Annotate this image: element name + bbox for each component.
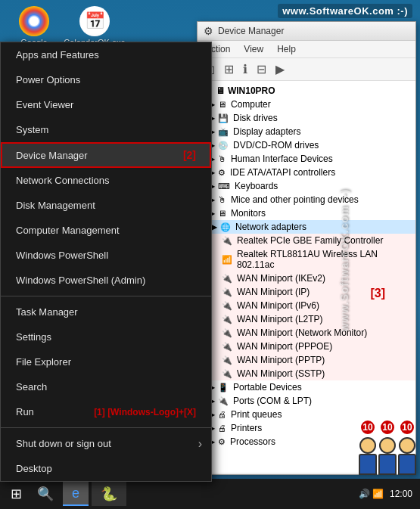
item-label: IDE ATA/ATAPI controllers	[230, 167, 335, 178]
dm-tree-item[interactable]: ▶⌨Keyboards	[198, 179, 415, 193]
taskbar-app-edge[interactable]: e	[63, 482, 89, 506]
start-button[interactable]: ⊞	[5, 483, 28, 505]
item-label: Computer	[231, 99, 271, 110]
menu-item-settings[interactable]: Settings	[1, 324, 211, 349]
menu-item-device-manager[interactable]: Device Manager[2]	[1, 142, 211, 168]
menu-item-computer-management[interactable]: Computer Management	[1, 218, 211, 243]
item-icon: 🔌	[222, 236, 232, 246]
dm-tree-item[interactable]: 🔌WAN Miniport (PPPOE)	[198, 340, 415, 353]
dm-tree-item[interactable]: 🔌WAN Miniport (PPTP)	[198, 353, 415, 367]
item-icon: 🖥	[218, 100, 226, 109]
cartoon-head-2	[379, 437, 396, 454]
dm-tree-item[interactable]: 🔌WAN Miniport (Network Monitor)	[198, 326, 415, 340]
dm-tree-item[interactable]: ▶📺Display adapters	[198, 125, 415, 138]
item-label: Portable Devices	[233, 382, 302, 393]
dm-menu-help[interactable]: Help	[274, 42, 299, 56]
dm-tree-item[interactable]: 🔌WAN Miniport (IKEv2)	[198, 272, 415, 285]
menu-item-power-options[interactable]: Power Options	[1, 67, 211, 92]
dm-toolbar-btn5[interactable]: ▶	[272, 61, 288, 78]
item-label: Disk drives	[233, 113, 278, 123]
menu-item-disk-management[interactable]: Disk Management	[1, 193, 211, 218]
dm-tree-item[interactable]: ▶🖱Mice and other pointing devices	[198, 193, 415, 206]
cartoon-badge-1: 10	[359, 419, 376, 436]
taskbar-app-python[interactable]: 🐍	[92, 482, 126, 506]
item-label: Monitors	[231, 208, 266, 219]
item-label: Realtek PCIe GBE Family Controller	[237, 235, 383, 246]
run-annotation: [1] [Windows-Logo]+[X]	[94, 407, 196, 417]
item-icon: 🌐	[220, 222, 231, 232]
dm-root-label: WIN10PRO	[228, 85, 275, 96]
menu-item-search[interactable]: Search	[1, 374, 211, 399]
menu-item-shut-down[interactable]: Shut down or sign out	[1, 431, 211, 456]
dm-tree-item[interactable]: ▶🖱Human Interface Devices	[198, 152, 415, 166]
item-label: WAN Miniport (PPPOE)	[237, 341, 332, 352]
item-label: Realtek RTL8811AU Wireless LAN 802.11ac	[237, 249, 409, 270]
item-icon: 💾	[218, 113, 229, 123]
menu-label: Task Manager	[16, 306, 78, 318]
item-icon: 🔌	[222, 315, 232, 324]
chrome-icon	[19, 6, 49, 36]
dm-tree-item[interactable]: ▶🖥Computer	[198, 98, 415, 111]
menu-label: Disk Management	[16, 200, 95, 211]
menu-item-desktop[interactable]: Desktop	[1, 456, 211, 481]
dm-tree-item[interactable]: ▶📱Portable Devices	[198, 380, 415, 394]
cartoon-head-3	[399, 437, 415, 454]
item-icon: 💿	[218, 141, 229, 151]
item-icon: 🔌	[218, 396, 229, 406]
item-icon: 🔌	[222, 274, 232, 284]
dm-tree-item[interactable]: ▶🌐Network adapters	[198, 220, 415, 234]
menu-label: System	[16, 124, 48, 135]
dm-toolbar-btn2[interactable]: ⊞	[221, 61, 237, 78]
item-label: WAN Miniport (IP)	[237, 287, 310, 297]
item-icon: ⚙	[218, 168, 226, 178]
cartoon-badge-2: 10	[379, 419, 396, 436]
menu-label: File Explorer	[16, 356, 71, 368]
top-watermark: www.SoftwareOK.com :-)	[278, 4, 412, 18]
menu-item-windows-powershell-admin[interactable]: Windows PowerShell (Admin)	[1, 268, 211, 293]
menu-item-network-connections[interactable]: Network Connections	[1, 168, 211, 193]
item-label: WAN Miniport (SSTP)	[237, 368, 325, 379]
menu-item-file-explorer[interactable]: File Explorer	[1, 349, 211, 374]
item-icon: ⌨	[218, 182, 230, 191]
item-icon: 🖱	[218, 195, 226, 204]
item-label: DVD/CD-ROM drives	[233, 140, 319, 151]
menu-item-windows-powershell[interactable]: Windows PowerShell	[1, 243, 211, 268]
dm-tree-item[interactable]: ▶⚙IDE ATA/ATAPI controllers	[198, 166, 415, 179]
dm-tree-item[interactable]: ▶💿DVD/CD-ROM drives	[198, 138, 415, 152]
item-icon: 🔌	[222, 369, 232, 379]
cartoon-badge-3: 10	[399, 419, 415, 436]
menu-label: Computer Management	[16, 225, 120, 236]
item-label: WAN Miniport (IKEv2)	[237, 273, 325, 284]
menu-label: Apps and Features	[16, 49, 99, 61]
dm-tree-item[interactable]: 🔌WAN Miniport (L2TP)	[198, 312, 415, 326]
dm-tree-item[interactable]: ▶🖥Monitors	[198, 206, 415, 220]
menu-item-event-viewer[interactable]: Event Viewer	[1, 92, 211, 117]
dm-tree-item[interactable]: 🔌WAN Miniport (IPv6)	[198, 299, 415, 312]
dm-tree-item[interactable]: ▶💾Disk drives	[198, 111, 415, 125]
item-label: WAN Miniport (L2TP)	[237, 314, 323, 324]
dm-tree-item[interactable]: ▶🔌Ports (COM & LPT)	[198, 394, 415, 408]
dm-menu-view[interactable]: View	[241, 42, 266, 56]
label3-annotation: [3]	[370, 287, 385, 300]
item-label: Human Interface Devices	[231, 154, 333, 164]
menu-item-run[interactable]: Run[1] [Windows-Logo]+[X]	[1, 399, 211, 424]
item-icon: 🔌	[222, 355, 232, 365]
item-icon: 🔌	[222, 342, 232, 352]
item-label: Printers	[231, 423, 262, 433]
menu-item-apps-features[interactable]: Apps and Features	[1, 42, 211, 67]
dm-title-icon: ⚙	[204, 25, 213, 37]
dm-tree-root[interactable]: ▼ 🖥 WIN10PRO	[198, 84, 415, 98]
dm-tree-item[interactable]: 📶Realtek RTL8811AU Wireless LAN 802.11ac	[198, 247, 415, 272]
item-label: WAN Miniport (PPTP)	[237, 355, 325, 365]
menu-item-task-manager[interactable]: Task Manager	[1, 300, 211, 324]
taskbar-right: 🔊 📶 12:00	[359, 489, 415, 499]
search-button[interactable]: 🔍	[31, 483, 60, 505]
menu-item-system[interactable]: System	[1, 117, 211, 142]
dm-toolbar-btn4[interactable]: ⊟	[254, 61, 269, 78]
dm-tree-item[interactable]: 🔌WAN Miniport (SSTP)	[198, 367, 415, 380]
dm-tree-item[interactable]: 🔌Realtek PCIe GBE Family Controller	[198, 234, 415, 247]
dm-titlebar: ⚙ Device Manager	[198, 22, 415, 41]
menu-badge: [2]	[183, 149, 196, 161]
menu-label: Shut down or sign out	[16, 438, 111, 449]
dm-toolbar-btn3[interactable]: ℹ	[240, 61, 250, 78]
